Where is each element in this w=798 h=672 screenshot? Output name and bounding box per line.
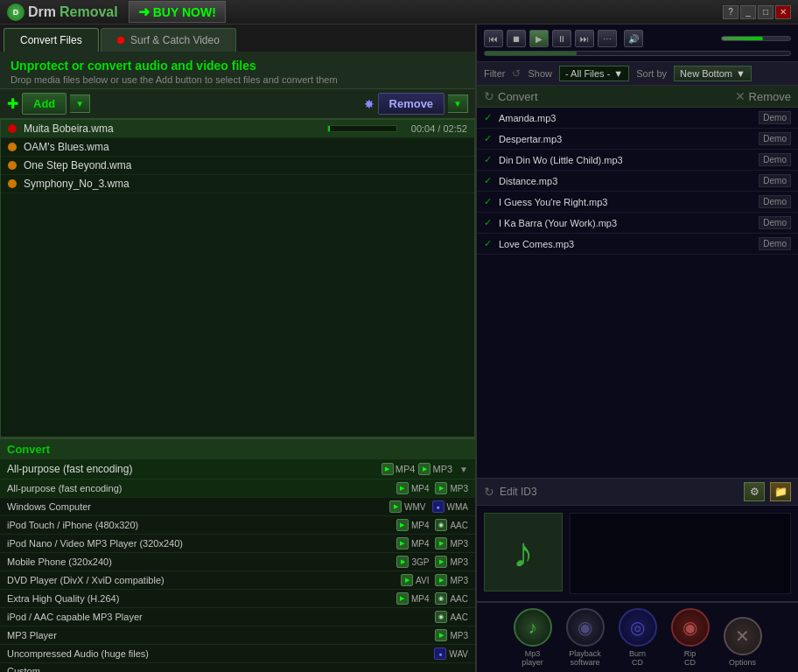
edit-id3-label: ↻ Edit ID3	[484, 485, 537, 499]
convert-option[interactable]: iPod / AAC capable MP3 Player ◉AAC	[0, 608, 475, 626]
id3-icon: ↻	[484, 485, 494, 499]
window-controls: ? _ □ ✕	[723, 5, 791, 19]
filter-refresh-button[interactable]: ↺	[512, 67, 521, 80]
playback-software-tool[interactable]: ◉ Playbacksoftware	[566, 608, 605, 667]
option-formats: ●WAV	[434, 648, 468, 660]
file-status-dot	[8, 179, 17, 188]
option-formats: ▶MP4 ◉AAC	[396, 592, 468, 605]
wmv-option-icon: ▶	[389, 500, 402, 513]
convert-option[interactable]: MP3 Player ▶MP3	[0, 626, 475, 645]
song-name: Amanda.mp3	[499, 113, 759, 123]
options-label: Options	[729, 658, 756, 667]
restore-button[interactable]: □	[758, 5, 774, 19]
convert-option[interactable]: iPod Touch / iPhone (480x320) ▶MP4 ◉AAC	[0, 516, 475, 535]
file-item[interactable]: OAM's Blues.wma	[1, 138, 474, 157]
minimize-button[interactable]: _	[740, 5, 756, 19]
add-dropdown-button[interactable]: ▼	[70, 94, 90, 113]
options-tool[interactable]: ✕ Options	[724, 617, 762, 667]
playback-software-label: Playbacksoftware	[569, 649, 601, 667]
song-item[interactable]: ✓ I Guess You're Right.mp3 Demo	[477, 192, 798, 213]
id3-gear-button[interactable]: ⚙	[744, 482, 765, 501]
buy-arrow-icon: ➜	[138, 4, 150, 20]
burn-cd-icon: ◎	[619, 608, 657, 647]
convert-option[interactable]: iPod Nano / Video MP3 Player (320x240) ▶…	[0, 535, 475, 553]
tab-surf-catch[interactable]: Surf & Catch Video	[101, 28, 236, 52]
buy-now-button[interactable]: ➜ BUY NOW!	[129, 1, 226, 23]
option-formats: ▶WMV ●WMA	[389, 500, 468, 513]
close-button[interactable]: ✕	[775, 5, 791, 19]
file-name: Muita Bobeira.wma	[24, 122, 327, 135]
convert-option[interactable]: All-purpose (fast encoding) ▶MP4 ▶MP3	[0, 480, 475, 498]
mp3-player-tool[interactable]: ♪ Mp3player	[514, 608, 552, 667]
wav-option-icon: ●	[434, 648, 446, 660]
song-item[interactable]: ✓ Distance.mp3 Demo	[477, 171, 798, 192]
player-volume-button[interactable]: 🔊	[624, 30, 643, 47]
show-select[interactable]: - All Files - ▼	[559, 66, 629, 81]
convert-option[interactable]: Extra High Quality (H.264) ▶MP4 ◉AAC	[0, 590, 475, 608]
burn-cd-tool[interactable]: ◎ BurnCD	[619, 608, 657, 667]
player-forward-button[interactable]: ⏭	[575, 30, 594, 47]
sort-select[interactable]: New Bottom ▼	[674, 66, 752, 81]
media-player: ⏮ ⏹ ▶ ⏸ ⏭ ⋯ 🔊	[477, 24, 798, 62]
aac-option-icon: ◉	[435, 592, 447, 605]
song-badge: Demo	[759, 195, 791, 208]
mp4-option-icon: ▶	[396, 537, 409, 550]
player-play-button[interactable]: ▶	[529, 30, 549, 47]
rip-cd-tool[interactable]: ◉ RipCD	[671, 608, 710, 667]
volume-fill	[722, 37, 763, 40]
song-check-icon: ✓	[484, 112, 492, 123]
help-button[interactable]: ?	[723, 5, 738, 19]
file-item[interactable]: Symphony_No_3.wma	[1, 175, 474, 193]
3gp-option-icon: ▶	[396, 556, 409, 568]
id3-folder-button[interactable]: 📁	[770, 482, 791, 501]
song-item[interactable]: ✓ Amanda.mp3 Demo	[477, 108, 798, 129]
song-item[interactable]: ✓ Despertar.mp3 Demo	[477, 129, 798, 150]
file-time: 00:04 / 02:52	[411, 123, 467, 134]
convert-option[interactable]: DVD Player (DivX / XviD compatible) ▶AVI…	[0, 571, 475, 590]
file-item[interactable]: One Step Beyond.wma	[1, 157, 474, 175]
option-formats: ▶3GP ▶MP3	[396, 556, 468, 568]
convert-action[interactable]: ↻ Convert	[484, 89, 538, 103]
convert-select-row[interactable]: All-purpose (fast encoding) ▶ MP4 ▶ MP3 …	[0, 459, 475, 480]
player-rewind-button[interactable]: ⏮	[484, 30, 503, 47]
remove-action[interactable]: ✕ Remove	[735, 89, 791, 103]
album-art-area: ♪	[477, 505, 798, 601]
file-name: Symphony_No_3.wma	[24, 178, 467, 190]
tab-convert-files[interactable]: Convert Files	[4, 28, 99, 52]
logo-removal: Removal	[60, 4, 118, 20]
remove-action-icon: ✕	[735, 89, 746, 103]
song-item[interactable]: ✓ I Ka Barra (Your Work).mp3 Demo	[477, 213, 798, 234]
remove-dropdown-button[interactable]: ▼	[448, 94, 468, 113]
star-icon: ✸	[364, 97, 374, 111]
format-badges: ▶ MP4 ▶ MP3	[382, 463, 452, 475]
remove-button[interactable]: Remove	[378, 93, 445, 115]
player-pause-button[interactable]: ⏸	[552, 30, 571, 47]
playback-progress-bar[interactable]	[484, 51, 791, 56]
file-status-dot	[8, 161, 17, 170]
player-stop-button[interactable]: ⏹	[507, 30, 526, 47]
mp4-option-icon: ▶	[396, 592, 409, 605]
convert-option[interactable]: Windows Computer ▶WMV ●WMA	[0, 498, 475, 516]
aac-option-icon: ◉	[435, 519, 447, 531]
mp4-option-icon: ▶	[396, 482, 409, 494]
convert-header: Unprotect or convert audio and video fil…	[0, 52, 475, 89]
convert-option-custom[interactable]: Custom...	[0, 663, 475, 672]
mp3-option-icon: ▶	[435, 629, 447, 641]
left-panel: Convert Files Surf & Catch Video Unprote…	[0, 24, 477, 672]
convert-option[interactable]: Uncompressed Audio (huge files) ●WAV	[0, 645, 475, 663]
edit-id3-actions: ⚙ 📁	[744, 482, 791, 501]
file-name: One Step Beyond.wma	[24, 159, 467, 172]
file-item[interactable]: Muita Bobeira.wma 00:04 / 02:52	[1, 120, 474, 138]
song-name: Love Comes.mp3	[499, 239, 759, 249]
player-more-button[interactable]: ⋯	[598, 30, 617, 47]
song-item[interactable]: ✓ Love Comes.mp3 Demo	[477, 234, 798, 255]
music-note-icon: ♪	[513, 528, 534, 577]
song-list: ✓ Amanda.mp3 Demo ✓ Despertar.mp3 Demo ✓…	[477, 108, 798, 478]
volume-slider[interactable]	[721, 36, 791, 41]
add-button[interactable]: Add	[22, 93, 66, 115]
convert-dropdown-arrow[interactable]: ▼	[459, 465, 468, 474]
song-item[interactable]: ✓ Din Din Wo (Little Child).mp3 Demo	[477, 150, 798, 171]
convert-option[interactable]: Mobile Phone (320x240) ▶3GP ▶MP3	[0, 553, 475, 571]
album-art: ♪	[484, 513, 563, 592]
mp4-option-icon: ▶	[396, 519, 409, 531]
